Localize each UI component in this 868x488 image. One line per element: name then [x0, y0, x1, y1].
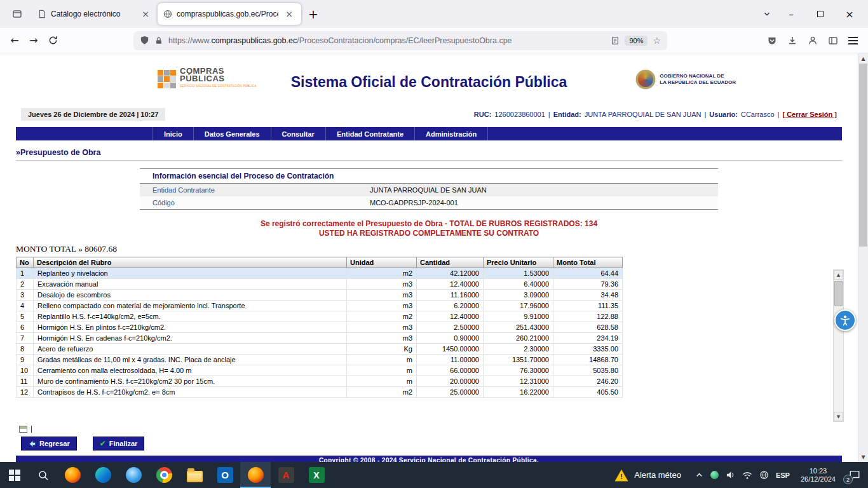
taskbar-apps — [57, 462, 332, 488]
reload-button[interactable] — [43, 31, 62, 50]
check-icon: ✔ — [100, 439, 106, 448]
back-button[interactable]: ← — [5, 31, 24, 50]
accessibility-widget-button[interactable] — [834, 309, 856, 331]
network-globe-icon[interactable] — [759, 470, 769, 480]
outlook-icon — [217, 467, 233, 483]
web-page: COMPRAS PÚBLICAS SERVICIO NACIONAL DE CO… — [0, 53, 858, 462]
table-cell: 76.30000 — [484, 365, 553, 376]
status-row: Jueves 26 de Diciembre de 2024 | 10:27 R… — [21, 108, 837, 121]
table-header-row: No Descripción del Rubro Unidad Cantidad… — [17, 257, 623, 268]
table-cell: m3 — [347, 333, 417, 344]
list-all-tabs-icon[interactable] — [757, 4, 776, 24]
action-center-button[interactable]: 2 — [841, 462, 868, 488]
internet-explorer-taskbar-button[interactable] — [118, 462, 149, 488]
acrobat-icon — [278, 467, 294, 483]
outlook-taskbar-button[interactable] — [210, 462, 240, 488]
wifi-icon[interactable] — [742, 471, 752, 480]
session-info: RUC: 1260023860001 | Entidad: JUNTA PARR… — [474, 111, 837, 118]
scroll-up-icon[interactable]: ▲ — [858, 53, 868, 64]
tab-close-icon[interactable]: × — [283, 8, 295, 20]
edge-taskbar-button[interactable] — [88, 462, 118, 488]
main-menu-bar: Inicio Datos Generales Consultar Entidad… — [16, 127, 842, 140]
minimize-button[interactable]: – — [776, 0, 806, 28]
table-cell: 14868.70 — [553, 355, 623, 365]
table-cell: 17.96000 — [484, 301, 553, 311]
language-indicator[interactable]: ESP — [776, 471, 790, 479]
table-scrollbar-thumb[interactable] — [834, 281, 843, 306]
table-footer-strip — [19, 425, 858, 433]
firefox-taskbar-button[interactable] — [57, 462, 88, 488]
separator: | — [778, 111, 780, 118]
menu-item-consultar[interactable]: Consultar — [271, 127, 326, 140]
table-scrollbar[interactable]: ▲ ▼ — [833, 269, 844, 422]
table-cell: 1.53000 — [484, 268, 553, 279]
firefox-view-icon[interactable] — [6, 3, 28, 25]
menu-item-datos-generales[interactable]: Datos Generales — [194, 127, 271, 140]
file-explorer-icon — [187, 471, 203, 482]
reader-mode-icon[interactable] — [611, 36, 620, 45]
table-row: 10Cerramiento con malla electrosoldada, … — [17, 365, 623, 376]
info-panel-title: Información esencial del Proceso de Cont… — [140, 168, 718, 184]
government-line1: GOBIERNO NACIONAL DE — [660, 73, 736, 79]
entidad-value: JUNTA PARROQUIAL DE SAN JUAN — [585, 111, 702, 118]
success-message-line1: Se registró correctamente el Presupuesto… — [0, 219, 858, 229]
scroll-up-icon[interactable]: ▲ — [834, 270, 843, 280]
chrome-taskbar-button[interactable] — [149, 462, 179, 488]
browser-scrollbar[interactable]: ▲ ▼ — [858, 53, 868, 462]
green-status-icon[interactable] — [710, 471, 719, 479]
menu-hamburger-icon[interactable] — [848, 40, 858, 41]
table-row: 3Desalojo de escombrosm311.160003.090003… — [17, 290, 623, 301]
volume-icon[interactable] — [726, 470, 735, 480]
ruc-label: RUC: — [474, 111, 492, 118]
zoom-level-button[interactable]: 90% — [625, 36, 648, 46]
table-cell: 628.58 — [553, 322, 623, 333]
table-cell: 66.00000 — [417, 365, 484, 376]
table-cell: m3 — [347, 290, 417, 301]
table-cell: 11 — [17, 376, 34, 387]
excel-taskbar-button[interactable] — [301, 462, 332, 488]
account-icon[interactable] — [808, 36, 818, 46]
regresar-button[interactable]: Regresar — [21, 437, 77, 451]
menu-item-administracion[interactable]: Administración — [415, 127, 488, 140]
file-explorer-taskbar-button[interactable] — [179, 462, 210, 488]
forward-button[interactable]: → — [24, 31, 43, 50]
show-hidden-icons-chevron[interactable] — [695, 471, 703, 479]
search-button[interactable] — [29, 462, 57, 488]
sidebars-icon[interactable] — [828, 36, 838, 46]
table-cell: 20.00000 — [417, 376, 484, 387]
pocket-icon[interactable] — [767, 36, 777, 46]
table-cell: 12.40000 — [417, 311, 484, 322]
logout-link[interactable]: [ Cerrar Sesión ] — [782, 111, 837, 118]
col-header-precio-unitario: Precio Unitario — [484, 257, 553, 268]
menu-item-entidad-contratante[interactable]: Entidad Contratante — [326, 127, 415, 140]
grid-icon[interactable] — [19, 426, 27, 433]
scroll-down-icon[interactable]: ▼ — [834, 412, 843, 421]
acrobat-taskbar-button[interactable] — [271, 462, 301, 488]
tab-close-icon[interactable]: × — [139, 8, 152, 20]
table-cell: Replantillo H.S. f-c=140kg/cm2, e=5cm. — [34, 311, 347, 322]
firefox-taskbar-button[interactable] — [240, 462, 271, 488]
tab-catalogo-electronico[interactable]: Catálogo electrónico × — [32, 3, 158, 25]
maximize-icon — [817, 11, 824, 17]
taskbar-clock[interactable]: 10:23 26/12/2024 — [795, 462, 841, 488]
table-cell: 11.16000 — [417, 290, 484, 301]
address-bar[interactable]: https://www.compraspublicas.gob.ec/Proce… — [133, 31, 667, 50]
menu-item-inicio[interactable]: Inicio — [153, 127, 194, 140]
bookmark-star-icon[interactable]: ☆ — [653, 36, 661, 46]
finalizar-button[interactable]: ✔ Finalizar — [93, 437, 145, 451]
shield-icon[interactable] — [140, 36, 149, 45]
maximize-button[interactable] — [806, 0, 835, 28]
start-button[interactable] — [0, 462, 29, 488]
close-window-button[interactable]: × — [835, 0, 864, 28]
weather-widget[interactable]: ! Alerta méteo — [606, 462, 690, 488]
table-cell: 5 — [17, 311, 34, 322]
separator: | — [548, 111, 550, 118]
col-header-no: No — [17, 257, 34, 268]
browser-scrollbar-thumb[interactable] — [859, 64, 867, 247]
downloads-icon[interactable] — [787, 36, 797, 46]
tab-compraspublicas-active[interactable]: compraspublicas.gob.ec/Proce × — [158, 3, 301, 25]
new-tab-button[interactable]: + — [304, 4, 323, 24]
lock-icon[interactable] — [154, 36, 163, 45]
table-cell: 405.50 — [553, 387, 623, 398]
scroll-down-icon[interactable]: ▼ — [858, 452, 868, 462]
